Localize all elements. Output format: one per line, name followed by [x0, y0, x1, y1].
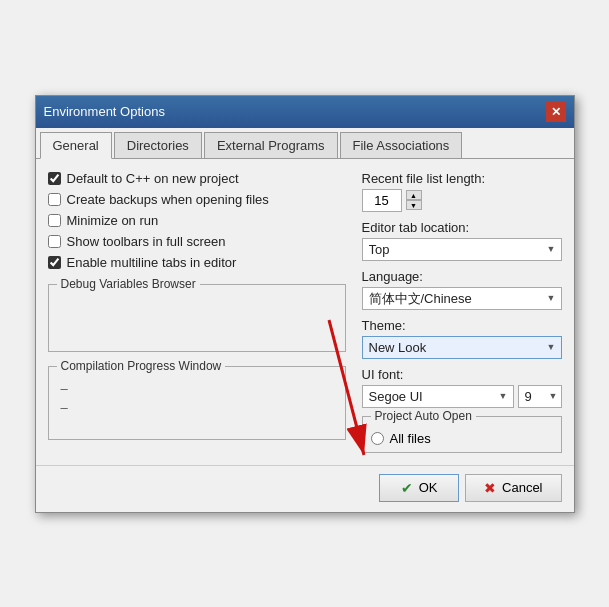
- editor-tab-select[interactable]: Top Bottom Left Right: [362, 238, 562, 261]
- tab-external-programs[interactable]: External Programs: [204, 132, 338, 158]
- theme-select[interactable]: New Look Classic Default: [362, 336, 562, 359]
- language-select-wrapper: 简体中文/Chinese English: [362, 287, 562, 310]
- close-button[interactable]: ✕: [546, 102, 566, 122]
- theme-select-wrapper: New Look Classic Default: [362, 336, 562, 359]
- checkbox-create-backups-input[interactable]: [48, 193, 61, 206]
- project-auto-open-title: Project Auto Open: [371, 409, 476, 423]
- dash-2: –: [61, 400, 337, 415]
- debug-group-content: [57, 299, 337, 343]
- button-bar: ✔ OK ✖ Cancel: [36, 465, 574, 512]
- compilation-group-content: – –: [57, 381, 337, 431]
- font-select[interactable]: Segoe UI: [362, 385, 514, 408]
- compilation-progress-group: Compilation Progress Window – –: [48, 366, 346, 440]
- ui-font-row: UI font: Segoe UI 9 10 11: [362, 367, 562, 408]
- tab-directories[interactable]: Directories: [114, 132, 202, 158]
- tab-file-associations[interactable]: File Associations: [340, 132, 463, 158]
- radio-all-files-label: All files: [390, 431, 431, 446]
- recent-file-label: Recent file list length:: [362, 171, 562, 186]
- checkbox-default-cpp-input[interactable]: [48, 172, 61, 185]
- recent-file-row: Recent file list length: ▲ ▼: [362, 171, 562, 212]
- language-label: Language:: [362, 269, 562, 284]
- dash-1: –: [61, 381, 337, 396]
- language-row: Language: 简体中文/Chinese English: [362, 269, 562, 310]
- radio-all-files-input[interactable]: [371, 432, 384, 445]
- editor-tab-select-wrapper: Top Bottom Left Right: [362, 238, 562, 261]
- recent-file-input[interactable]: [362, 189, 402, 212]
- checkbox-multiline-tabs-input[interactable]: [48, 256, 61, 269]
- cancel-cross-icon: ✖: [484, 480, 496, 496]
- recent-file-spinner-row: ▲ ▼: [362, 189, 562, 212]
- checkbox-multiline-tabs[interactable]: Enable multiline tabs in editor: [48, 255, 346, 270]
- checkbox-show-toolbars[interactable]: Show toolbars in full screen: [48, 234, 346, 249]
- left-panel: Default to C++ on new project Create bac…: [48, 171, 346, 453]
- checkbox-default-cpp[interactable]: Default to C++ on new project: [48, 171, 346, 186]
- font-row: Segoe UI 9 10 11: [362, 385, 562, 408]
- checkbox-minimize-on-run-label: Minimize on run: [67, 213, 159, 228]
- debug-variables-browser-group: Debug Variables Browser: [48, 284, 346, 352]
- radio-all-files[interactable]: All files: [371, 431, 553, 446]
- font-size-wrapper: 9 10 11: [518, 385, 562, 408]
- cancel-button[interactable]: ✖ Cancel: [465, 474, 561, 502]
- ok-checkmark-icon: ✔: [401, 480, 413, 496]
- cancel-label: Cancel: [502, 480, 542, 495]
- checkbox-default-cpp-label: Default to C++ on new project: [67, 171, 239, 186]
- right-panel: Recent file list length: ▲ ▼ Editor tab …: [362, 171, 562, 453]
- debug-group-title: Debug Variables Browser: [57, 277, 200, 291]
- checkbox-show-toolbars-label: Show toolbars in full screen: [67, 234, 226, 249]
- checkbox-create-backups-label: Create backups when opening files: [67, 192, 269, 207]
- theme-label: Theme:: [362, 318, 562, 333]
- compilation-group-title: Compilation Progress Window: [57, 359, 226, 373]
- spinner-down-button[interactable]: ▼: [406, 200, 422, 210]
- checkbox-show-toolbars-input[interactable]: [48, 235, 61, 248]
- language-select[interactable]: 简体中文/Chinese English: [362, 287, 562, 310]
- project-auto-open-group: Project Auto Open All files: [362, 416, 562, 453]
- tab-general[interactable]: General: [40, 132, 112, 159]
- tab-content: Default to C++ on new project Create bac…: [36, 159, 574, 465]
- spinner-up-button[interactable]: ▲: [406, 190, 422, 200]
- checkbox-minimize-on-run-input[interactable]: [48, 214, 61, 227]
- font-size-select[interactable]: 9 10 11: [518, 385, 562, 408]
- font-select-wrapper: Segoe UI: [362, 385, 514, 408]
- theme-row: Theme: New Look Classic Default: [362, 318, 562, 359]
- environment-options-dialog: Environment Options ✕ General Directorie…: [35, 95, 575, 513]
- checkbox-create-backups[interactable]: Create backups when opening files: [48, 192, 346, 207]
- tabs-container: General Directories External Programs Fi…: [36, 128, 574, 159]
- title-bar: Environment Options ✕: [36, 96, 574, 128]
- spinner-buttons: ▲ ▼: [406, 190, 422, 210]
- ui-font-label: UI font:: [362, 367, 562, 382]
- ok-label: OK: [419, 480, 438, 495]
- checkbox-multiline-tabs-label: Enable multiline tabs in editor: [67, 255, 237, 270]
- editor-tab-row: Editor tab location: Top Bottom Left Rig…: [362, 220, 562, 261]
- checkbox-minimize-on-run[interactable]: Minimize on run: [48, 213, 346, 228]
- dialog-title: Environment Options: [44, 104, 165, 119]
- editor-tab-label: Editor tab location:: [362, 220, 562, 235]
- ok-button[interactable]: ✔ OK: [379, 474, 459, 502]
